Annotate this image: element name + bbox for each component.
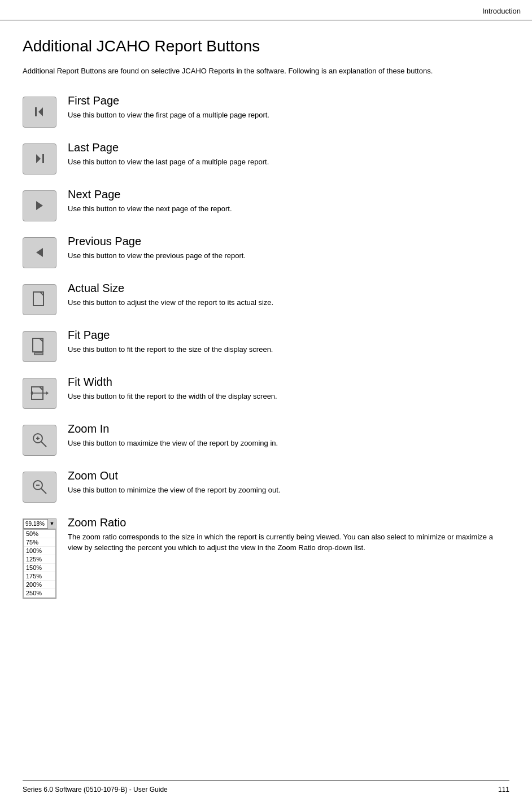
zoom-ratio-container: ▼ 50% 75% 100% 125% 150% 175% 200% 250% … — [23, 516, 509, 599]
next-page-desc: Next Page Use this button to view the ne… — [68, 188, 509, 215]
svg-line-22 — [41, 489, 46, 494]
intro-paragraph: Additional Report Buttons are found on s… — [23, 66, 509, 77]
last-page-text: Use this button to view the last page of… — [68, 156, 509, 168]
svg-rect-10 — [34, 353, 43, 355]
fit-page-title: Fit Page — [68, 329, 509, 342]
zoom-option-200[interactable]: 200% — [24, 581, 55, 589]
zoom-out-button-icon[interactable] — [23, 472, 56, 503]
zoom-out-item: Zoom Out Use this button to minimize the… — [23, 469, 509, 503]
fit-page-icon — [32, 337, 47, 355]
fit-width-desc: Fit Width Use this button to fit the rep… — [68, 376, 509, 402]
first-page-item: First Page Use this button to view the f… — [23, 94, 509, 128]
actual-size-desc: Actual Size Use this button to adjust th… — [68, 282, 509, 308]
svg-marker-3 — [36, 154, 41, 163]
fit-width-text: Use this button to fit the report to the… — [68, 391, 509, 402]
zoom-out-desc: Zoom Out Use this button to minimize the… — [68, 469, 509, 496]
zoom-option-100[interactable]: 100% — [24, 547, 55, 555]
last-page-button-icon[interactable] — [23, 143, 56, 175]
svg-rect-0 — [35, 107, 37, 116]
page-title: Additional JCAHO Report Buttons — [23, 37, 509, 55]
zoom-option-150[interactable]: 150% — [24, 564, 55, 572]
page-header: Introduction — [0, 0, 532, 20]
zoom-ratio-title: Zoom Ratio — [68, 516, 509, 529]
first-page-button-icon[interactable] — [23, 97, 56, 128]
zoom-option-125[interactable]: 125% — [24, 555, 55, 564]
footer-left: Series 6.0 Software (0510-1079-B) - User… — [23, 786, 168, 794]
zoom-option-75[interactable]: 75% — [24, 538, 55, 547]
fit-width-button-icon[interactable] — [23, 378, 56, 409]
next-page-text: Use this button to view the next page of… — [68, 203, 509, 215]
last-page-title: Last Page — [68, 141, 509, 154]
next-page-icon — [33, 199, 46, 212]
fit-page-item: Fit Page Use this button to fit the repo… — [23, 329, 509, 362]
actual-size-text: Use this button to adjust the view of th… — [68, 297, 509, 308]
svg-marker-1 — [38, 107, 43, 116]
fit-width-icon — [30, 385, 49, 402]
zoom-ratio-widget[interactable]: ▼ 50% 75% 100% 125% 150% 175% 200% 250% — [23, 518, 56, 599]
previous-page-item: Previous Page Use this button to view th… — [23, 235, 509, 268]
last-page-item: Last Page Use this button to view the la… — [23, 141, 509, 175]
fit-width-title: Fit Width — [68, 376, 509, 389]
last-page-desc: Last Page Use this button to view the la… — [68, 141, 509, 168]
zoom-option-175[interactable]: 175% — [24, 572, 55, 581]
zoom-out-text: Use this button to minimize the view of … — [68, 485, 509, 496]
previous-page-icon — [33, 246, 46, 259]
zoom-option-50[interactable]: 50% — [24, 530, 55, 538]
zoom-ratio-input[interactable] — [23, 519, 48, 529]
svg-marker-4 — [36, 201, 43, 210]
actual-size-item: Actual Size Use this button to adjust th… — [23, 282, 509, 315]
svg-marker-14 — [46, 391, 49, 395]
zoom-in-icon — [32, 432, 47, 448]
previous-page-text: Use this button to view the previous pag… — [68, 250, 509, 261]
first-page-text: Use this button to view the first page o… — [68, 110, 509, 121]
section-label: Introduction — [482, 7, 521, 15]
last-page-icon — [33, 152, 46, 165]
zoom-option-250[interactable]: 250% — [24, 589, 55, 598]
zoom-out-title: Zoom Out — [68, 469, 509, 482]
zoom-ratio-dropdown-arrow[interactable]: ▼ — [48, 520, 56, 528]
svg-rect-2 — [42, 154, 44, 163]
fit-page-desc: Fit Page Use this button to fit the repo… — [68, 329, 509, 355]
zoom-ratio-input-row: ▼ — [23, 519, 56, 529]
next-page-item: Next Page Use this button to view the ne… — [23, 188, 509, 221]
svg-marker-5 — [36, 248, 43, 257]
zoom-ratio-text: The zoom ratio corresponds to the size i… — [68, 531, 509, 553]
actual-size-title: Actual Size — [68, 282, 509, 295]
main-content: Additional JCAHO Report Buttons Addition… — [0, 20, 532, 646]
fit-page-button-icon[interactable] — [23, 331, 56, 362]
next-page-title: Next Page — [68, 188, 509, 201]
actual-size-icon — [32, 291, 47, 308]
previous-page-button-icon[interactable] — [23, 237, 56, 268]
zoom-ratio-desc: Zoom Ratio The zoom ratio corresponds to… — [68, 516, 509, 553]
zoom-out-icon — [32, 479, 47, 495]
previous-page-desc: Previous Page Use this button to view th… — [68, 235, 509, 261]
zoom-in-title: Zoom In — [68, 422, 509, 435]
first-page-title: First Page — [68, 94, 509, 107]
fit-page-text: Use this button to fit the report to the… — [68, 344, 509, 355]
first-page-icon — [33, 105, 46, 119]
actual-size-button-icon[interactable] — [23, 284, 56, 315]
page-footer: Series 6.0 Software (0510-1079-B) - User… — [23, 781, 509, 794]
zoom-in-button-icon[interactable] — [23, 425, 56, 456]
zoom-in-desc: Zoom In Use this button to maximize the … — [68, 422, 509, 449]
footer-right: 111 — [498, 786, 509, 794]
zoom-ratio-list: 50% 75% 100% 125% 150% 175% 200% 250% — [23, 529, 56, 598]
first-page-desc: First Page Use this button to view the f… — [68, 94, 509, 121]
fit-width-item: Fit Width Use this button to fit the rep… — [23, 376, 509, 409]
svg-line-19 — [41, 442, 46, 447]
previous-page-title: Previous Page — [68, 235, 509, 248]
next-page-button-icon[interactable] — [23, 190, 56, 221]
zoom-in-text: Use this button to maximize the view of … — [68, 438, 509, 449]
zoom-in-item: Zoom In Use this button to maximize the … — [23, 422, 509, 456]
